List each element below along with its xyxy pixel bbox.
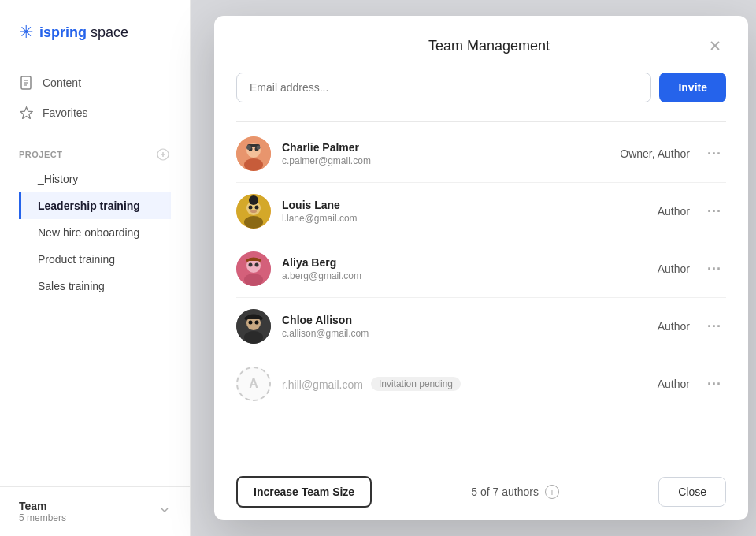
member-row: A r.hill@gmail.com Invitation pending Au… [236,355,726,412]
member-info: Chloe Allison c.allison@gmail.com [282,314,611,339]
svg-point-16 [246,145,251,150]
sidebar-item-favorites-label: Favorites [43,106,88,119]
sidebar-item-favorites[interactable]: Favorites [0,98,190,128]
team-management-modal: Team Management Invite [214,16,748,520]
close-button[interactable]: Close [658,477,726,507]
svg-point-29 [255,263,259,267]
member-name: Aliya Berg [282,256,611,269]
modal-header: Team Management [214,16,748,73]
member-name: Louis Lane [282,199,611,211]
email-input[interactable] [236,73,651,102]
authors-count: 5 of 7 authors [471,486,539,498]
modal-footer: Increase Team Size 5 of 7 authors i Clos… [214,463,748,520]
modal-body: Invite [214,73,748,463]
project-section: PROJECT _History Leadership training New… [0,134,190,306]
member-info: Louis Lane l.lane@gmail.com [282,199,611,224]
sidebar-item-history[interactable]: _History [19,166,171,192]
svg-point-28 [249,263,253,267]
add-project-button[interactable] [155,147,171,162]
main-area: Team Management Invite [191,0,756,536]
member-email: a.berg@gmail.com [282,270,611,281]
member-info: Charlie Palmer c.palmer@gmail.com [282,141,611,166]
authors-info: 5 of 7 authors i [471,485,559,499]
svg-point-34 [255,321,259,325]
svg-point-17 [257,146,261,150]
project-section-label: PROJECT [19,150,62,159]
svg-point-23 [250,210,257,213]
info-icon[interactable]: i [545,485,559,499]
modal-close-button[interactable] [704,35,726,57]
sidebar-item-sales[interactable]: Sales training [19,273,171,300]
member-row: Aliya Berg a.berg@gmail.com Author ··· [236,240,726,298]
avatar [236,251,271,286]
member-role: Author [611,205,690,218]
pending-badge: Invitation pending [371,377,461,391]
svg-point-32 [244,331,263,344]
logo-text: ispring space [39,24,128,41]
invite-row: Invite [236,73,726,102]
member-row: Charlie Palmer c.palmer@gmail.com Owner,… [236,125,726,183]
star-icon [19,106,33,120]
member-email: r.hill@gmail.com [282,378,363,391]
sidebar-nav: Content Favorites [0,61,190,134]
member-info: r.hill@gmail.com Invitation pending [282,377,611,391]
member-email: l.lane@gmail.com [282,213,611,224]
document-icon [19,76,33,90]
modal-title: Team Management [274,38,704,54]
svg-point-27 [244,274,263,286]
member-menu-button[interactable]: ··· [702,200,726,223]
member-menu-button[interactable]: ··· [702,315,726,338]
team-expand-button[interactable] [158,504,171,519]
member-role: Author [611,378,690,390]
logo: ✳ ispring space [0,0,190,61]
sidebar-item-leadership[interactable]: Leadership training [19,192,171,219]
avatar [236,194,271,229]
svg-point-21 [249,206,253,210]
svg-point-12 [244,158,263,171]
member-row: Louis Lane l.lane@gmail.com Author ··· [236,183,726,240]
svg-point-24 [249,195,258,205]
svg-point-22 [255,206,259,210]
member-menu-button[interactable]: ··· [702,143,726,166]
svg-point-33 [249,321,253,325]
member-name: Charlie Palmer [282,141,611,154]
team-info: Team 5 members [19,500,66,523]
member-name: Chloe Allison [282,314,611,326]
avatar [236,136,271,171]
team-members: 5 members [19,512,66,523]
sidebar-item-content[interactable]: Content [0,68,190,98]
member-email: c.allison@gmail.com [282,328,611,339]
sidebar: ✳ ispring space Content Favorit [0,0,191,536]
avatar [236,309,271,344]
member-menu-button[interactable]: ··· [702,373,726,396]
invite-button[interactable]: Invite [659,73,726,102]
svg-point-20 [244,216,263,229]
team-name: Team [19,500,66,512]
member-menu-button[interactable]: ··· [702,258,726,281]
members-divider [236,121,726,122]
increase-team-button[interactable]: Increase Team Size [236,476,372,508]
member-email: c.palmer@gmail.com [282,155,611,166]
sidebar-item-product[interactable]: Product training [19,246,171,273]
sidebar-item-onboarding[interactable]: New hire onboarding [19,219,171,246]
sidebar-footer: Team 5 members [0,486,190,536]
logo-icon: ✳ [19,22,33,43]
svg-marker-4 [20,107,32,119]
sidebar-item-content-label: Content [43,76,81,89]
member-row: Chloe Allison c.allison@gmail.com Author… [236,298,726,355]
member-role: Author [611,320,690,333]
avatar-placeholder: A [236,367,271,401]
member-role: Author [611,262,690,275]
member-role: Owner, Author [611,147,690,160]
member-info: Aliya Berg a.berg@gmail.com [282,256,611,281]
